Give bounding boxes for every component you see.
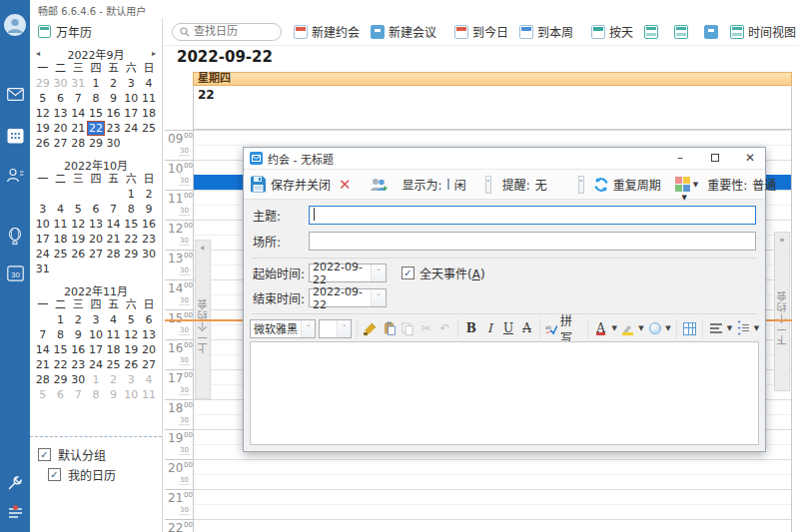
new-appointment-button[interactable]: 新建约会	[294, 23, 360, 40]
mini-cal-day[interactable]: 7	[69, 91, 87, 106]
start-date-combobox[interactable]: 2022-09-22 ˅	[309, 264, 387, 282]
mini-cal-day[interactable]: 12	[34, 106, 52, 121]
mini-cal-day[interactable]: 26	[34, 136, 52, 151]
mini-cal-day[interactable]: 23	[140, 232, 158, 247]
mini-cal-day[interactable]: 1	[122, 187, 140, 202]
mini-cal-day[interactable]: 27	[87, 247, 105, 262]
delete-button[interactable]: ✕	[336, 176, 355, 194]
bullet-list-button[interactable]	[735, 320, 751, 337]
checkbox-default-group[interactable]: ✓	[38, 448, 51, 461]
invite-attendees-button[interactable]	[369, 177, 389, 193]
caret-down-icon[interactable]: ▼	[727, 324, 732, 332]
mini-cal-day[interactable]: 13	[52, 106, 70, 121]
mini-cal-day[interactable]: 16	[69, 342, 87, 357]
mini-cal-day[interactable]: 3	[34, 202, 52, 217]
mini-cal-day[interactable]: 18	[52, 232, 70, 247]
mini-cal-day[interactable]: 29	[87, 136, 105, 151]
mini-cal-day[interactable]: 11	[140, 91, 158, 106]
hour-row[interactable]	[194, 489, 791, 519]
mini-cal-day[interactable]: 30	[52, 76, 70, 91]
mini-cal-day[interactable]: 10	[122, 387, 140, 402]
panel-header[interactable]: 万年历	[30, 18, 162, 44]
mini-cal-day[interactable]: 21	[105, 232, 123, 247]
font-family-combobox[interactable]: 微软雅黑 ˅	[250, 319, 316, 338]
show-as-dropdown[interactable]: ˅	[485, 176, 491, 194]
paste-icon[interactable]	[382, 320, 398, 337]
dialog-close-button[interactable]: ✕	[735, 148, 765, 169]
mini-cal-day[interactable]: 22	[52, 357, 70, 372]
mini-cal-day[interactable]: 26	[69, 247, 87, 262]
mini-cal-day[interactable]: 14	[69, 106, 87, 121]
mini-cal-day[interactable]: 23	[105, 121, 123, 136]
mini-cal-day[interactable]: 22	[122, 232, 140, 247]
lantern-icon[interactable]	[0, 228, 30, 246]
settings-wrench-icon[interactable]	[0, 475, 30, 491]
caret-down-icon[interactable]: ▼	[754, 324, 759, 332]
mini-cal-day[interactable]: 8	[87, 91, 105, 106]
mini-cal-day[interactable]: 28	[34, 372, 52, 387]
bold-button[interactable]: B	[463, 320, 479, 337]
recurrence-button[interactable]: 重复周期	[593, 176, 661, 193]
mini-cal-day[interactable]: 5	[34, 91, 52, 106]
highlight-button[interactable]	[620, 320, 636, 337]
mini-cal-day[interactable]: 6	[87, 202, 105, 217]
mini-cal-day[interactable]: 4	[52, 202, 70, 217]
search-input[interactable]	[194, 25, 274, 38]
mini-cal-day[interactable]: 15	[87, 106, 105, 121]
all-day-row[interactable]: 22	[193, 86, 792, 130]
mini-cal-day[interactable]: 17	[34, 232, 52, 247]
mini-cal-day[interactable]: 2	[69, 312, 87, 327]
mini-cal-day[interactable]: 10	[87, 327, 105, 342]
mini-cal-day[interactable]: 30	[140, 247, 158, 262]
hour-row[interactable]	[194, 519, 791, 532]
mini-cal-day[interactable]: 8	[87, 387, 105, 402]
mini-cal-day[interactable]: 1	[87, 76, 105, 91]
align-button[interactable]	[708, 320, 724, 337]
mini-cal-day[interactable]: 2	[105, 76, 123, 91]
mini-cal-day[interactable]: 8	[52, 327, 70, 342]
mini-cal-day[interactable]: 3	[122, 372, 140, 387]
mini-cal-day[interactable]: 4	[140, 76, 158, 91]
mini-cal-day[interactable]: 15	[122, 217, 140, 232]
mini-cal-day[interactable]: 11	[105, 327, 123, 342]
work-week-view-button[interactable]	[644, 25, 658, 39]
new-meeting-button[interactable]: 新建会议	[371, 23, 436, 40]
end-date-combobox[interactable]: 2022-09-22 ˅	[309, 288, 387, 307]
window-titlebar[interactable]: 畅邮 6.6.4.6 - 默认用户	[30, 0, 799, 18]
mini-cal-day[interactable]: 6	[140, 312, 158, 327]
mini-cal-day[interactable]: 9	[69, 327, 87, 342]
mini-cal-day[interactable]: 11	[52, 217, 70, 232]
mini-cal-day[interactable]: 24	[122, 121, 140, 136]
toolbar-overflow-caret[interactable]: ▼	[682, 194, 687, 202]
mini-cal-day[interactable]: 29	[52, 372, 70, 387]
mini-cal-day[interactable]: 8	[122, 202, 140, 217]
mini-cal-day[interactable]: 6	[52, 91, 70, 106]
prev-month-arrow[interactable]: ◂	[36, 49, 40, 58]
spellcheck-button[interactable]: ab 拼写	[545, 311, 582, 345]
mini-cal-day[interactable]: 30	[105, 136, 123, 151]
dialog-titlebar[interactable]: 约会 - 无标题 – ✕	[244, 148, 765, 170]
font-color-button[interactable]: A	[593, 320, 609, 337]
day-view-button[interactable]: 按天	[591, 23, 633, 40]
mini-cal-day[interactable]: 25	[52, 247, 70, 262]
mini-cal-day[interactable]: 12	[69, 217, 87, 232]
body-editor[interactable]	[250, 341, 759, 445]
mini-cal-day[interactable]: 11	[140, 387, 158, 402]
mini-cal-day[interactable]: 21	[69, 121, 87, 136]
mini-cal-day[interactable]: 1	[52, 312, 70, 327]
mini-cal-day[interactable]: 27	[140, 357, 158, 372]
mini-cal-day[interactable]: 28	[69, 136, 87, 151]
time-view-button[interactable]: 时间视图	[730, 23, 796, 40]
schedule-30-icon[interactable]: 30	[0, 266, 30, 281]
caret-down-icon[interactable]: ▼	[638, 324, 643, 332]
underline-button[interactable]: U	[500, 320, 516, 337]
subject-input[interactable]	[309, 206, 756, 225]
mini-cal-day[interactable]: 16	[140, 217, 158, 232]
mini-cal-day[interactable]: 9	[105, 91, 123, 106]
mini-cal-day[interactable]: 19	[122, 342, 140, 357]
insert-table-button[interactable]	[682, 320, 698, 337]
mini-cal-day[interactable]: 19	[69, 232, 87, 247]
mini-cal-day[interactable]: 30	[69, 372, 87, 387]
mini-cal-day[interactable]: 13	[140, 327, 158, 342]
calendar-icon[interactable]	[0, 128, 30, 144]
